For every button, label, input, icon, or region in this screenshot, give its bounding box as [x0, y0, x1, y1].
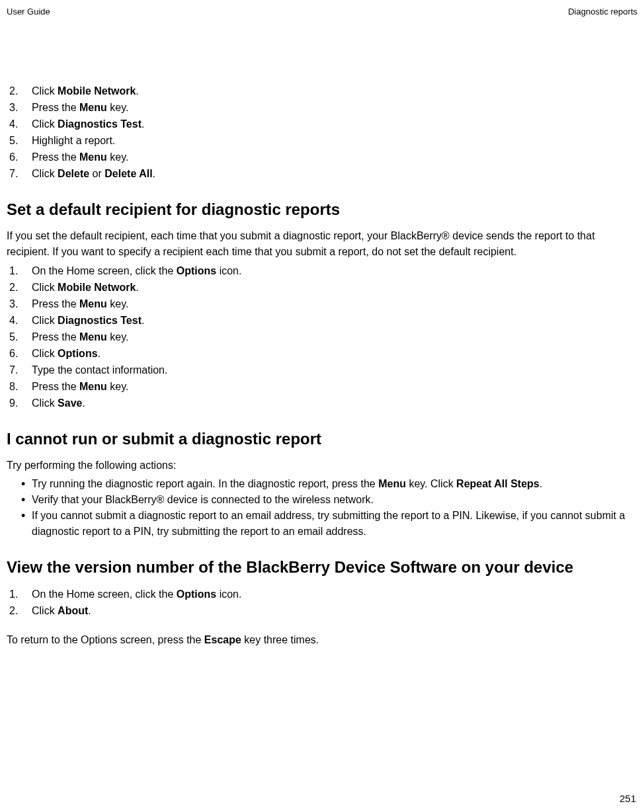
- page-header: User Guide Diagnostic reports: [7, 7, 637, 17]
- list-item: 2.Click About.: [7, 602, 637, 619]
- section3-intro: Try performing the following actions:: [7, 458, 637, 473]
- list-item: 4.Click Diagnostics Test.: [7, 312, 637, 329]
- list-item: 2.Click Mobile Network.: [7, 279, 637, 296]
- list-item: 4.Click Diagnostics Test.: [7, 116, 637, 132]
- section3-bullets: Try running the diagnostic report again.…: [7, 476, 637, 540]
- list-item: 5.Press the Menu key.: [7, 329, 637, 345]
- section3-heading: I cannot run or submit a diagnostic repo…: [7, 430, 637, 448]
- section4-steps: 1.On the Home screen, click the Options …: [7, 586, 637, 619]
- section4-outro: To return to the Options screen, press t…: [7, 632, 637, 648]
- list-item: 6.Press the Menu key.: [7, 149, 637, 165]
- list-item: 5.Highlight a report.: [7, 132, 637, 149]
- list-item: 9.Click Save.: [7, 395, 637, 411]
- section2-steps: 1.On the Home screen, click the Options …: [7, 263, 637, 411]
- section1-steps: 2.Click Mobile Network. 3.Press the Menu…: [7, 83, 637, 182]
- list-item: 7.Click Delete or Delete All.: [7, 165, 637, 182]
- list-item: If you cannot submit a diagnostic report…: [7, 508, 637, 540]
- list-item: 1.On the Home screen, click the Options …: [7, 586, 637, 602]
- list-item: 8.Press the Menu key.: [7, 378, 637, 395]
- list-item: 7.Type the contact information.: [7, 362, 637, 378]
- section2-intro: If you set the default recipient, each t…: [7, 228, 637, 260]
- page-content: 2.Click Mobile Network. 3.Press the Menu…: [7, 83, 637, 648]
- list-item: 1.On the Home screen, click the Options …: [7, 263, 637, 279]
- list-item: 3.Press the Menu key.: [7, 99, 637, 116]
- header-left: User Guide: [7, 7, 50, 17]
- list-item: 6.Click Options.: [7, 345, 637, 362]
- list-item: Verify that your BlackBerry® device is c…: [7, 492, 637, 508]
- list-item: 3.Press the Menu key.: [7, 296, 637, 312]
- section2-heading: Set a default recipient for diagnostic r…: [7, 200, 637, 219]
- section4-heading: View the version number of the BlackBerr…: [7, 558, 637, 577]
- list-item: Try running the diagnostic report again.…: [7, 476, 637, 492]
- header-right: Diagnostic reports: [568, 7, 637, 17]
- list-item: 2.Click Mobile Network.: [7, 83, 637, 99]
- page-number: 251: [620, 793, 636, 804]
